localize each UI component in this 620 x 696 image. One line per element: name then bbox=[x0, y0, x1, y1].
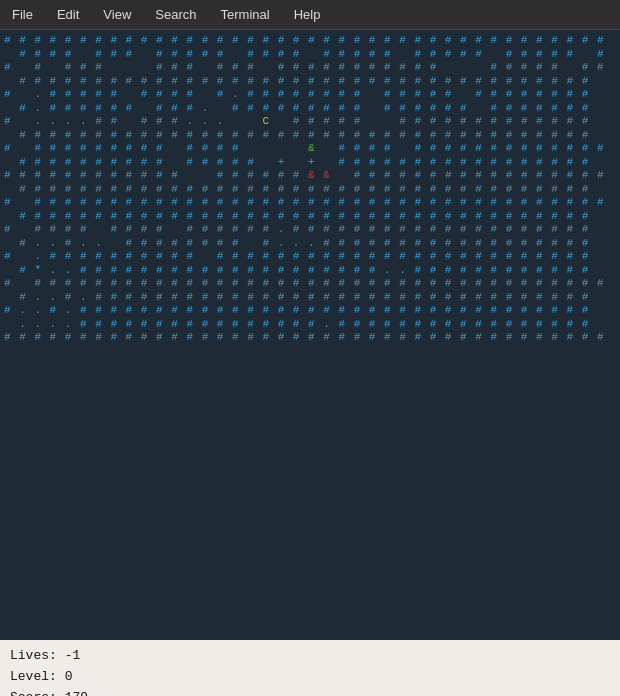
menu-help[interactable]: Help bbox=[290, 5, 325, 24]
score-value: 179 bbox=[65, 690, 88, 696]
level-line: Level: 0 bbox=[10, 667, 610, 688]
menu-edit[interactable]: Edit bbox=[53, 5, 83, 24]
statusbar: Lives: -1 Level: 0 Score: 179 [rufse@cet… bbox=[0, 640, 620, 696]
menubar: File Edit View Search Terminal Help bbox=[0, 0, 620, 30]
lives-label: Lives: bbox=[10, 648, 57, 663]
score-line: Score: 179 bbox=[10, 688, 610, 696]
menu-terminal[interactable]: Terminal bbox=[217, 5, 274, 24]
score-label: Score: bbox=[10, 690, 57, 696]
terminal-display: # # # # # # # # # # # # # # # # # # # # … bbox=[0, 30, 620, 640]
menu-file[interactable]: File bbox=[8, 5, 37, 24]
menu-search[interactable]: Search bbox=[151, 5, 200, 24]
game-canvas: # # # # # # # # # # # # # # # # # # # # … bbox=[0, 32, 620, 360]
lives-value: -1 bbox=[65, 648, 81, 663]
menu-view[interactable]: View bbox=[99, 5, 135, 24]
level-value: 0 bbox=[65, 669, 73, 684]
lives-line: Lives: -1 bbox=[10, 646, 610, 667]
level-label: Level: bbox=[10, 669, 57, 684]
